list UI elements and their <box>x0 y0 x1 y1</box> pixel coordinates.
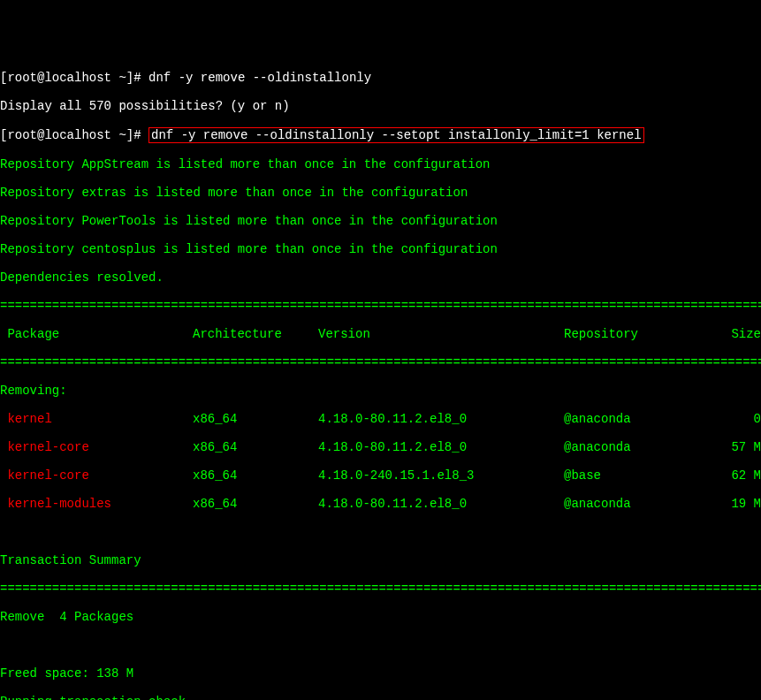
table-header: PackageArchitectureVersionRepositorySize <box>0 327 761 341</box>
deps-resolved: Dependencies resolved. <box>0 270 761 285</box>
repo-warning: Repository centosplus is listed more tha… <box>0 242 761 256</box>
repo-warning: Repository AppStream is listed more than… <box>0 157 761 171</box>
tab-completion-prompt: Display all 570 possibilities? (y or n) <box>0 99 761 113</box>
hr: ========================================… <box>0 582 761 596</box>
freed-space: Freed space: 138 M <box>0 666 761 681</box>
repo-warning: Repository extras is listed more than on… <box>0 186 761 200</box>
table-row: kernel-corex86_644.18.0-240.15.1.el8_3@b… <box>0 468 761 483</box>
blank <box>0 638 761 652</box>
hr: ========================================… <box>0 355 761 369</box>
prompt-line-2: [root@localhost ~]# dnf -y remove --oldi… <box>0 127 761 143</box>
removing-label: Removing: <box>0 384 761 398</box>
table-row: kernel-corex86_644.18.0-80.11.2.el8_0@an… <box>0 440 761 454</box>
table-row: kernel-modulesx86_644.18.0-80.11.2.el8_0… <box>0 497 761 511</box>
run-check: Running transaction check <box>0 695 761 700</box>
remove-count: Remove 4 Packages <box>0 610 761 624</box>
highlighted-command: dnf -y remove --oldinstallonly --setopt … <box>148 127 644 143</box>
hr: ========================================… <box>0 299 761 313</box>
prompt-line-1: [root@localhost ~]# dnf -y remove --oldi… <box>0 71 761 85</box>
transaction-summary: Transaction Summary <box>0 553 761 567</box>
table-row: kernelx86_644.18.0-80.11.2.el8_0@anacond… <box>0 412 761 426</box>
blank <box>0 525 761 539</box>
terminal-window[interactable]: [root@localhost ~]# dnf -y remove --oldi… <box>0 57 761 700</box>
repo-warning: Repository PowerTools is listed more tha… <box>0 214 761 228</box>
